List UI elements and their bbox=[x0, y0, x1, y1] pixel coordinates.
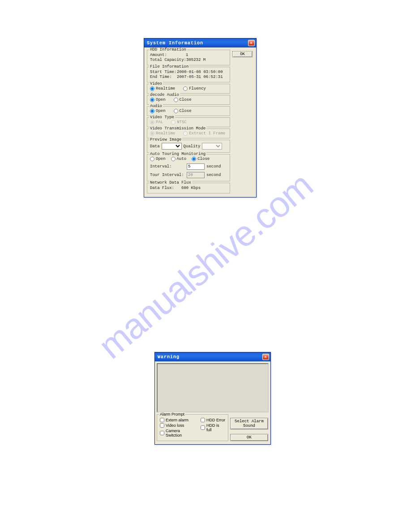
file-information-group: File Information Start Time: 2000-01-08 … bbox=[147, 67, 230, 82]
interval-input[interactable] bbox=[187, 163, 205, 170]
audio-group: Audio Open Close bbox=[147, 106, 230, 116]
close-icon: × bbox=[264, 355, 267, 359]
tour-close-radio-label[interactable]: Close bbox=[192, 157, 210, 161]
tour-close-radio[interactable] bbox=[192, 157, 196, 161]
preview-quality-label: Quality bbox=[184, 144, 201, 149]
decode-close-radio-label[interactable]: Close bbox=[174, 98, 192, 102]
amount-value: 1 bbox=[186, 53, 188, 57]
tour-auto-radio[interactable] bbox=[171, 157, 176, 161]
camera-switch-label: Camera Switction bbox=[166, 429, 197, 438]
auto-touring-group: Auto Touring Monitoring Open Auto Close … bbox=[147, 154, 230, 181]
tour-interval-input bbox=[187, 172, 205, 178]
audio-close-radio-label[interactable]: Close bbox=[174, 109, 192, 113]
trans-realtime-radio bbox=[150, 131, 154, 136]
network-flux-group: Network Data Flux Data Flux: 600 Kbps bbox=[147, 183, 230, 193]
realtime-radio[interactable] bbox=[150, 86, 154, 91]
interval-label: Interval: bbox=[150, 164, 185, 169]
preview-data-label: Data bbox=[150, 144, 160, 149]
group-legend: HDD Information bbox=[149, 47, 187, 52]
close-button[interactable]: × bbox=[248, 40, 255, 46]
flux-label: Data Flux: bbox=[150, 186, 181, 190]
flux-value: 600 Kbps bbox=[181, 186, 201, 190]
amount-label: Amount: bbox=[150, 53, 186, 57]
pal-radio bbox=[150, 120, 154, 124]
group-legend: Video Transmission Mode bbox=[149, 126, 206, 131]
start-time-value: 2000-01-08 03:50:00 bbox=[177, 70, 223, 74]
titlebar: Warning × bbox=[155, 352, 270, 361]
trans-iframe-radio-label: Extract I Frame bbox=[183, 131, 225, 136]
video-type-group: Video Type PAL NTSC bbox=[147, 117, 230, 127]
tour-interval-unit: second bbox=[206, 173, 221, 177]
group-legend: Network Data Flux bbox=[149, 180, 192, 185]
ntsc-radio bbox=[171, 120, 176, 124]
end-time-value: 2007-05-31 06:52:31 bbox=[177, 75, 223, 79]
ok-button[interactable]: OK bbox=[230, 434, 268, 441]
start-time-label: Start Time: bbox=[150, 70, 177, 74]
hdd-error-checkbox[interactable] bbox=[201, 418, 205, 422]
video-loss-label: Video loss bbox=[166, 423, 184, 428]
window-title: System Information bbox=[147, 41, 203, 46]
audio-open-radio-label[interactable]: Open bbox=[150, 109, 166, 113]
hdd-full-checkbox[interactable] bbox=[201, 425, 205, 430]
camera-switch-checkbox[interactable] bbox=[160, 431, 164, 435]
system-information-window: System Information × OK HDD Information … bbox=[144, 38, 257, 197]
group-legend: decode Audio bbox=[149, 93, 180, 97]
video-group: Video Realtime Fluency bbox=[147, 84, 230, 94]
end-time-label: End Time: bbox=[150, 75, 177, 79]
decode-open-radio[interactable] bbox=[150, 98, 154, 102]
group-legend: Alarm Prompt bbox=[159, 412, 185, 416]
decode-close-radio[interactable] bbox=[174, 98, 178, 102]
audio-close-radio[interactable] bbox=[174, 109, 178, 113]
close-icon: × bbox=[250, 41, 253, 45]
preview-quality-select bbox=[202, 143, 222, 150]
preview-image-group: Preview Image Data Quality bbox=[147, 140, 230, 153]
fluency-radio[interactable] bbox=[183, 86, 188, 91]
trans-realtime-radio-label: Realtime bbox=[150, 131, 175, 136]
fluency-radio-label[interactable]: Fluency bbox=[183, 86, 206, 91]
tour-auto-radio-label[interactable]: Auto bbox=[171, 157, 187, 161]
decode-audio-group: decode Audio Open Close bbox=[147, 95, 230, 105]
capacity-value: 305232 M bbox=[186, 58, 206, 62]
group-legend: Video bbox=[149, 82, 163, 86]
group-legend: Preview Image bbox=[149, 137, 182, 142]
warning-list-panel[interactable] bbox=[157, 363, 269, 412]
tour-open-radio-label[interactable]: Open bbox=[150, 157, 166, 161]
tour-open-radio[interactable] bbox=[150, 157, 154, 161]
decode-open-radio-label[interactable]: Open bbox=[150, 98, 166, 102]
ok-button[interactable]: OK bbox=[232, 51, 253, 57]
hdd-information-group: HDD Information Amount: 1 Total Capacity… bbox=[147, 50, 230, 65]
group-legend: Auto Touring Monitoring bbox=[149, 152, 206, 156]
pal-radio-label: PAL bbox=[150, 120, 163, 124]
group-legend: File Information bbox=[149, 64, 189, 69]
hdd-error-label: HDD Error bbox=[206, 418, 225, 422]
window-title: Warning bbox=[158, 355, 180, 360]
preview-data-select[interactable] bbox=[162, 143, 182, 150]
capacity-label: Total Capacity: bbox=[150, 58, 186, 62]
trans-iframe-radio bbox=[183, 131, 188, 136]
realtime-radio-label[interactable]: Realtime bbox=[150, 86, 175, 91]
warning-window: Warning × Alarm Prompt Extern alarm Vide… bbox=[154, 352, 271, 445]
select-alarm-sound-button[interactable]: Select Alarm Sound bbox=[230, 418, 268, 429]
extern-alarm-checkbox[interactable] bbox=[160, 418, 164, 422]
group-legend: Audio bbox=[149, 104, 163, 108]
audio-open-radio[interactable] bbox=[150, 109, 154, 113]
ntsc-radio-label: NTSC bbox=[171, 120, 187, 124]
alarm-prompt-group: Alarm Prompt Extern alarm Video loss Cam… bbox=[157, 414, 228, 441]
tour-interval-label: Tour Interval: bbox=[150, 173, 185, 177]
video-loss-checkbox[interactable] bbox=[160, 423, 164, 428]
close-button[interactable]: × bbox=[262, 354, 269, 360]
titlebar: System Information × bbox=[144, 39, 256, 47]
hdd-full-label: HDD is full bbox=[206, 423, 225, 432]
group-legend: Video Type bbox=[149, 115, 175, 120]
interval-unit: second bbox=[206, 164, 221, 169]
extern-alarm-label: Extern alarm bbox=[166, 418, 188, 422]
video-transmission-group: Video Transmission Mode Realtime Extract… bbox=[147, 129, 230, 138]
